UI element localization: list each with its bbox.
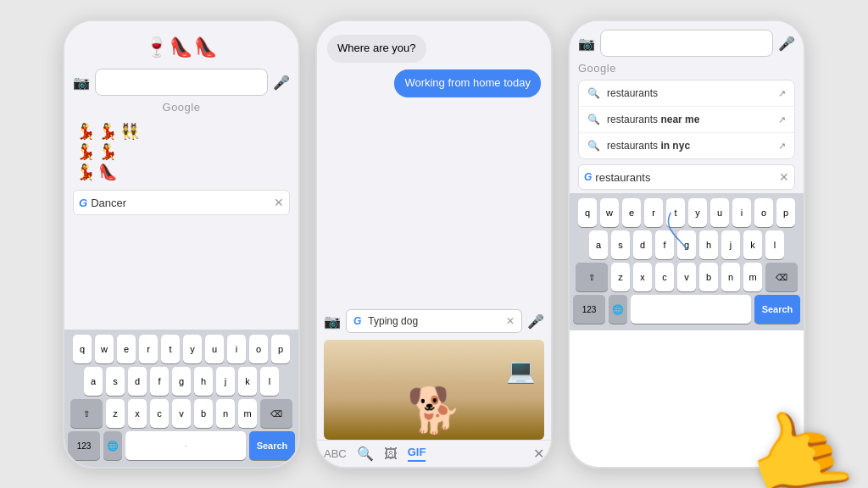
phone-3-frame: 📷 🎤 Google 🔍 restaurants ↗ 🔍 restaurants…: [568, 19, 805, 469]
clear-query-button[interactable]: ✕: [274, 196, 284, 209]
key-p3-h[interactable]: h: [699, 230, 718, 259]
bottom-bar-close-icon[interactable]: ✕: [533, 446, 544, 462]
key-c[interactable]: c: [150, 399, 169, 428]
emoji-item[interactable]: 👠: [98, 163, 117, 181]
key-p3-q[interactable]: q: [578, 198, 597, 227]
key-p3-k[interactable]: k: [743, 230, 762, 259]
bottom-bar-abc-label[interactable]: ABC: [324, 447, 347, 460]
bottom-bar-gif-label[interactable]: GIF: [408, 446, 426, 462]
key-p3-u[interactable]: u: [710, 198, 729, 227]
key-p3-123[interactable]: 123: [573, 295, 605, 324]
key-p3-o[interactable]: o: [754, 198, 773, 227]
key-p3-b[interactable]: b: [699, 263, 718, 291]
phone3-gboard-query[interactable]: G restaurants ✕: [578, 164, 795, 190]
gboard-typed-text[interactable]: Dancer: [91, 197, 274, 209]
camera-icon-p2[interactable]: 📷: [324, 313, 341, 330]
key-h[interactable]: h: [194, 367, 213, 396]
key-p3-i[interactable]: i: [732, 198, 751, 227]
emoji-item[interactable]: 💃: [76, 142, 95, 161]
key-p3-y[interactable]: y: [688, 198, 707, 227]
key-p3-v[interactable]: v: [677, 263, 696, 291]
key-p3-p[interactable]: p: [776, 198, 795, 227]
bottom-bar-image-icon[interactable]: 🖼: [384, 446, 398, 462]
clear-query-p3[interactable]: ✕: [779, 170, 789, 184]
key-p3-a[interactable]: a: [589, 230, 608, 259]
key-b[interactable]: b: [194, 399, 213, 428]
key-p3-backspace[interactable]: ⌫: [765, 263, 798, 291]
suggestion-text-2: restaurants near me: [607, 114, 771, 125]
clear-query-p2[interactable]: ✕: [506, 315, 515, 327]
key-t[interactable]: t: [161, 335, 180, 363]
camera-icon[interactable]: 📷: [73, 75, 90, 91]
key-p3-c[interactable]: c: [655, 263, 674, 291]
phone1-search-bar[interactable]: [95, 69, 268, 96]
key-s[interactable]: s: [106, 367, 125, 396]
phone3-typed-text[interactable]: restaurants: [595, 171, 779, 184]
kb-row-p3-4: 123 🌐 Search: [573, 295, 800, 324]
kb-row-p3-2: a s d f g h j k l: [573, 230, 800, 259]
key-123[interactable]: 123: [68, 431, 100, 460]
key-p3-d[interactable]: d: [633, 230, 652, 259]
key-u[interactable]: u: [205, 335, 224, 363]
gboard-query-row[interactable]: G Dancer ✕: [73, 190, 290, 215]
emoji-top-display: 🍷👠👠: [145, 36, 219, 58]
key-p3-m[interactable]: m: [743, 263, 762, 291]
suggestion-item-3[interactable]: 🔍 restaurants in nyc ↗: [579, 133, 794, 158]
camera-icon-p3[interactable]: 📷: [578, 36, 595, 52]
key-d[interactable]: d: [128, 367, 147, 396]
key-p3-t[interactable]: t: [666, 198, 685, 227]
key-p3-x[interactable]: x: [633, 263, 652, 291]
key-n[interactable]: n: [216, 399, 235, 428]
key-k[interactable]: k: [238, 367, 257, 396]
emoji-item[interactable]: 👯: [120, 122, 139, 141]
mic-icon[interactable]: 🎤: [273, 75, 290, 91]
key-p3-space[interactable]: [631, 295, 751, 324]
key-r[interactable]: r: [139, 335, 158, 363]
key-space[interactable]: ·: [125, 431, 246, 460]
key-p3-e[interactable]: e: [622, 198, 641, 227]
key-p3-w[interactable]: w: [600, 198, 619, 227]
emoji-item[interactable]: 💃: [98, 122, 117, 141]
key-p[interactable]: p: [271, 335, 290, 363]
key-p3-g[interactable]: g: [677, 230, 696, 259]
suggestion-item-1[interactable]: 🔍 restaurants ↗: [579, 80, 794, 107]
key-p3-j[interactable]: j: [721, 230, 740, 259]
key-f[interactable]: f: [150, 367, 169, 396]
key-e[interactable]: e: [117, 335, 136, 363]
key-m[interactable]: m: [238, 399, 257, 428]
key-p3-n[interactable]: n: [721, 263, 740, 291]
emoji-item[interactable]: 💃: [76, 163, 95, 181]
key-a[interactable]: a: [84, 367, 103, 396]
phone3-search-bar[interactable]: [600, 30, 773, 57]
key-p3-f[interactable]: f: [655, 230, 674, 259]
mic-icon-p2[interactable]: 🎤: [527, 313, 544, 330]
key-p3-r[interactable]: r: [644, 198, 663, 227]
key-i[interactable]: i: [227, 335, 246, 363]
key-p3-l[interactable]: l: [765, 230, 784, 259]
key-shift[interactable]: ⇧: [70, 399, 103, 428]
key-p3-globe[interactable]: 🌐: [609, 295, 627, 324]
emoji-item[interactable]: 💃: [76, 122, 95, 141]
key-o[interactable]: o: [249, 335, 268, 363]
key-l[interactable]: l: [260, 367, 279, 396]
key-w[interactable]: w: [95, 335, 114, 363]
suggestion-item-2[interactable]: 🔍 restaurants near me ↗: [579, 107, 794, 133]
search-button[interactable]: Search: [249, 431, 295, 460]
mic-icon-p3[interactable]: 🎤: [778, 36, 795, 52]
bottom-bar-search-icon[interactable]: 🔍: [357, 446, 374, 462]
phone3-search-button[interactable]: Search: [754, 295, 800, 324]
key-q[interactable]: q: [73, 335, 92, 363]
key-z[interactable]: z: [106, 399, 125, 428]
key-p3-z[interactable]: z: [611, 263, 630, 291]
key-p3-s[interactable]: s: [611, 230, 630, 259]
key-x[interactable]: x: [128, 399, 147, 428]
key-globe[interactable]: 🌐: [103, 431, 122, 460]
key-backspace[interactable]: ⌫: [260, 399, 292, 428]
key-j[interactable]: j: [216, 367, 235, 396]
key-g[interactable]: g: [172, 367, 191, 396]
emoji-item[interactable]: 💃: [98, 142, 117, 161]
key-y[interactable]: y: [183, 335, 202, 363]
phone2-typed-query[interactable]: Typing dog: [368, 315, 506, 327]
key-v[interactable]: v: [172, 399, 191, 428]
key-p3-shift[interactable]: ⇧: [576, 263, 608, 291]
